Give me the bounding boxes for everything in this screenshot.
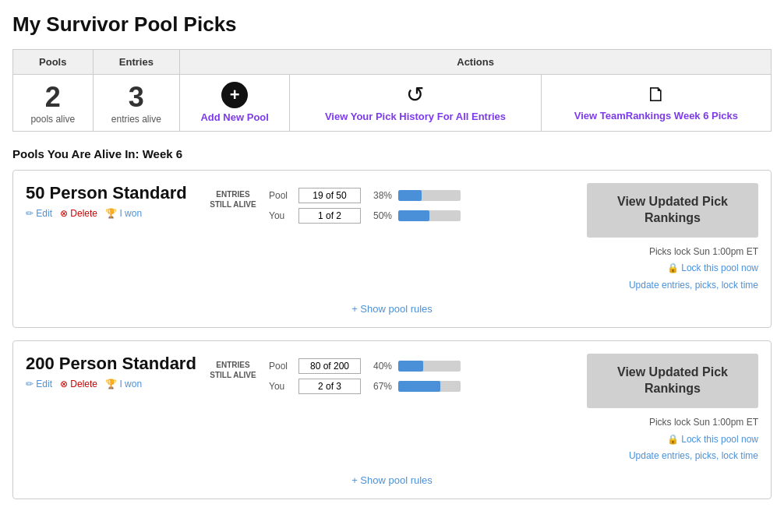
won-link-2[interactable]: 🏆 I won [105,379,142,389]
entries-rows-1: Pool 38% You 50% [269,183,461,224]
pool-value-input-1[interactable] [298,188,361,203]
add-pool-icon: + [221,82,248,108]
you-progress-bg-2 [398,381,461,392]
pools-count: 2 [23,81,83,114]
col-header-actions: Actions [180,50,772,75]
entries-sublabel: entries alive [103,114,171,125]
pool-row-label-1: Pool [269,190,292,201]
doc-icon: 🗋 [646,83,666,107]
lock-link-1[interactable]: 🔒 Lock this pool now [629,260,758,277]
picks-lock-2: Picks lock Sun 1:00pm ET [649,417,758,428]
you-progress-fill-2 [398,381,440,392]
picks-lock-1: Picks lock Sun 1:00pm ET [649,246,758,257]
teamrankings-link[interactable]: View TeamRankings Week 6 Picks [551,110,761,123]
pool-meta-1: Picks lock Sun 1:00pm ET 🔒 Lock this poo… [629,244,758,294]
pool-pct-1: 38% [367,190,392,201]
you-value-input-1[interactable] [298,208,361,224]
pick-history-link[interactable]: View Your Pick History For All Entries [299,111,531,124]
edit-link-2[interactable]: ✏ Edit [26,379,52,389]
you-row-2: You 67% [269,379,461,394]
show-rules-link-2[interactable]: + Show pool rules [351,474,433,486]
pools-sublabel: pools alive [23,114,83,125]
pool-row-2: Pool 40% [269,358,461,374]
pools-cell: 2 pools alive [13,75,94,132]
pool-progress-bg-1 [398,190,461,201]
lock-link-2[interactable]: 🔒 Lock this pool now [629,432,758,449]
pool-meta-2: Picks lock Sun 1:00pm ET 🔒 Lock this poo… [629,414,758,465]
pool-row-label-2: Pool [269,361,292,372]
pool-info-1: 50 Person Standard ✏ Edit ⊗ Delete 🏆 I w… [26,183,197,219]
pool-progress-fill-2 [398,361,423,372]
you-progress-fill-1 [398,210,429,221]
update-link-2[interactable]: Update entries, picks, lock time [629,448,758,465]
you-row-1: You 50% [269,208,461,224]
view-rankings-btn-2[interactable]: View Updated Pick Rankings [587,354,758,408]
history-icon: ↺ [406,82,424,107]
pool-title-2: 200 Person Standard [26,354,197,374]
pool-progress-fill-1 [398,190,422,201]
pool-pct-2: 40% [367,361,392,372]
pool-progress-bg-2 [398,361,461,372]
add-pool-link[interactable]: Add New Pool [189,111,280,125]
summary-table: Pools Entries Actions 2 pools alive 3 en… [12,49,772,132]
you-pct-1: 50% [367,210,392,221]
update-link-1[interactable]: Update entries, picks, lock time [629,277,758,294]
delete-link-1[interactable]: ⊗ Delete [60,208,97,219]
you-value-input-2[interactable] [298,379,361,394]
entries-count: 3 [103,81,171,114]
entries-label-2: ENTRIES STILL ALIVE [210,354,256,380]
pool-card-2: 200 Person Standard ✏ Edit ⊗ Delete 🏆 I … [12,340,772,499]
col-header-pools: Pools [13,50,94,75]
show-rules-2: + Show pool rules [26,474,758,486]
you-row-label-2: You [269,381,292,392]
you-pct-2: 67% [367,381,392,392]
delete-link-2[interactable]: ⊗ Delete [60,379,97,389]
pools-container: 50 Person Standard ✏ Edit ⊗ Delete 🏆 I w… [12,170,772,499]
won-link-1[interactable]: 🏆 I won [105,208,142,219]
pool-title-1: 50 Person Standard [26,183,197,203]
you-progress-bg-1 [398,210,461,221]
entries-cell: 3 entries alive [93,75,180,132]
section-heading: Pools You Are Alive In: Week 6 [12,147,772,160]
edit-link-1[interactable]: ✏ Edit [26,208,52,219]
pool-card-1: 50 Person Standard ✏ Edit ⊗ Delete 🏆 I w… [12,170,772,328]
pool-cta-2: View Updated Pick Rankings Picks lock Su… [473,354,758,464]
entries-rows-2: Pool 40% You 67% [269,354,461,394]
teamrankings-cell[interactable]: 🗋 View TeamRankings Week 6 Picks [541,75,771,132]
pool-row-1: Pool 38% [269,188,461,203]
col-header-entries: Entries [93,50,180,75]
you-row-label-1: You [269,210,292,221]
add-pool-cell[interactable]: + Add New Pool [180,75,290,132]
show-rules-1: + Show pool rules [26,303,758,315]
view-rankings-btn-1[interactable]: View Updated Pick Rankings [587,183,758,238]
show-rules-link-1[interactable]: + Show pool rules [351,303,433,315]
entries-label-1: ENTRIES STILL ALIVE [210,183,256,210]
page-title: My Survivor Pool Picks [12,12,772,37]
pool-value-input-2[interactable] [298,358,361,374]
pool-info-2: 200 Person Standard ✏ Edit ⊗ Delete 🏆 I … [26,354,197,389]
pick-history-cell[interactable]: ↺ View Your Pick History For All Entries [290,75,542,132]
pool-cta-1: View Updated Pick Rankings Picks lock Su… [473,183,758,294]
